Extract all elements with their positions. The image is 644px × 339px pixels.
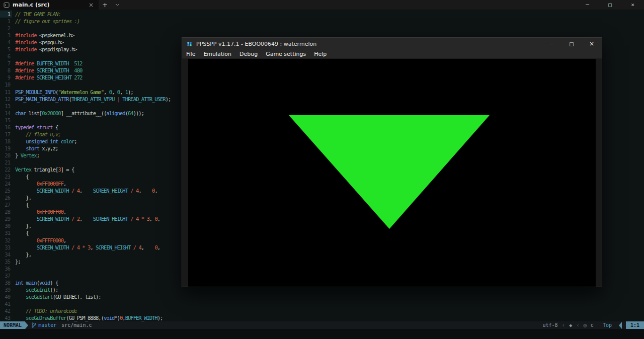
line-number: 39 [0,286,12,293]
code-text: #include <pspdisplay.h> [12,46,77,53]
cursor-position: 1:1 [626,321,644,329]
code-text: 0xFFFF0000, [12,237,66,244]
code-text: #define SCREEN_WIDTH 480 [12,67,82,74]
line-number: 4 [0,39,12,46]
line-number: 35 [0,258,12,265]
line-number: 7 [0,60,12,67]
new-tab-button[interactable]: + [99,0,111,10]
code-text [12,53,15,60]
close-button[interactable]: × [621,0,644,10]
line-number: 10 [0,81,12,88]
line-number: 8 [0,67,12,74]
ppsspp-titlebar[interactable]: PPSSPP v1.17.1 - EBOO00649 : watermelon … [182,38,602,50]
powerline-separator [25,322,28,329]
line-number: 29 [0,215,12,222]
line-number: 23 [0,173,12,180]
code-text: } Vertex; [12,152,39,159]
filetype-icon: ◎ [584,322,587,328]
code-text: 0xFF0000FF, [12,180,66,187]
git-branch-name: master [38,322,56,328]
file-path: src/main.c [61,322,92,328]
line-number: 14 [0,110,12,117]
code-line[interactable]: 41 [0,300,644,307]
code-line[interactable]: 43 sceGuDrawBuffer(GU_PSM_8888,(void*)0,… [0,314,644,321]
code-line[interactable]: 42 // TODO: unhardcode [0,307,644,314]
line-number: 1 [0,18,12,25]
line-number: 24 [0,180,12,187]
terminal-icon [4,2,10,8]
line-number: 33 [0,244,12,251]
line-number: 22 [0,166,12,173]
menu-game-settings[interactable]: Game settings [262,50,310,58]
filetype-label: c [591,322,594,328]
minimize-button[interactable]: ─ [576,0,599,10]
ppsspp-close-button[interactable]: × [582,38,602,50]
powerline-separator [619,322,622,329]
line-number: 25 [0,187,12,194]
command-line [0,329,644,339]
line-number: 13 [0,103,12,110]
code-text: short x,y,z; [12,145,58,152]
tab-close-button[interactable]: × [87,2,95,9]
code-line[interactable]: 2 [0,25,644,32]
code-text: PSP_MAIN_THREAD_ATTR(THREAD_ATTR_VFPU | … [12,96,171,103]
line-number: 32 [0,237,12,244]
code-line[interactable]: 1// THE GAME PLAN: [0,11,644,18]
ppsspp-maximize-button[interactable]: □ [561,38,582,50]
code-text: unsigned int color; [12,138,77,145]
line-number: 27 [0,201,12,208]
titlebar-drag-area[interactable] [124,0,576,10]
code-text [12,159,15,166]
code-text: sceGuDrawBuffer(GU_PSM_8888,(void*)0,BUF… [12,314,163,321]
line-number: 9 [0,74,12,81]
tab-dropdown-button[interactable] [111,0,124,10]
code-text: sceGuStart(GU_DIRECT, list); [12,293,101,300]
code-text: #define SCREEN_HEIGHT 272 [12,74,82,81]
statusline: NORMAL master src/main.c utf-8 ‹ ◆ ‹ ◎ c… [0,321,644,329]
line-number: 20 [0,152,12,159]
ppsspp-content [182,59,602,287]
code-line[interactable]: 40 sceGuStart(GU_DIRECT, list); [0,293,644,300]
separator-icon: ‹ [576,322,580,328]
ppsspp-minimize-button[interactable]: – [541,38,561,50]
line-number: 41 [0,300,12,307]
code-text: // figure out sprites :) [12,18,79,25]
maximize-button[interactable]: □ [599,0,621,10]
code-text: { [12,173,29,180]
menu-debug[interactable]: Debug [235,50,262,58]
code-text: #include <pspkernel.h> [12,32,74,39]
code-text [12,117,15,124]
line-number: 21 [0,159,12,166]
line-number: 36 [0,265,12,272]
line-number: 19 [0,145,12,152]
code-text: { [12,229,29,236]
game-screen [188,59,596,287]
line-number: 11 [0,89,12,96]
line-number: 3 [0,32,12,39]
scroll-position: Top [603,322,612,328]
line-number: 30 [0,222,12,229]
line-number: 5 [0,46,12,53]
menu-file[interactable]: File [182,50,199,58]
code-text [12,25,15,32]
code-text: #include <pspgu.h> [12,39,63,46]
line-number: 42 [0,307,12,314]
tab-title: main.c (src) [13,2,84,8]
line-number: 26 [0,194,12,201]
code-line[interactable]: 39 sceGuInit(); [0,286,644,293]
menu-emulation[interactable]: Emulation [199,50,235,58]
code-text: #define BUFFER_WIDTH 512 [12,60,82,67]
line-number: 43 [0,314,12,321]
line-number: 31 [0,229,12,236]
code-text: char list[0x20000] __attribute__((aligne… [12,110,144,117]
code-line[interactable]: 1// figure out sprites :) [0,18,644,25]
line-number: 1 [0,11,12,18]
terminal-tab[interactable]: main.c (src) × [0,0,99,10]
menu-help[interactable]: Help [310,50,331,58]
code-text [12,272,15,279]
line-number: 16 [0,124,12,131]
code-text: SCREEN_WIDTH / 4, SCREEN_HEIGHT / 4, 0, [12,187,157,194]
line-number: 2 [0,25,12,32]
code-text [12,103,15,110]
code-text: sceGuInit(); [12,286,58,293]
